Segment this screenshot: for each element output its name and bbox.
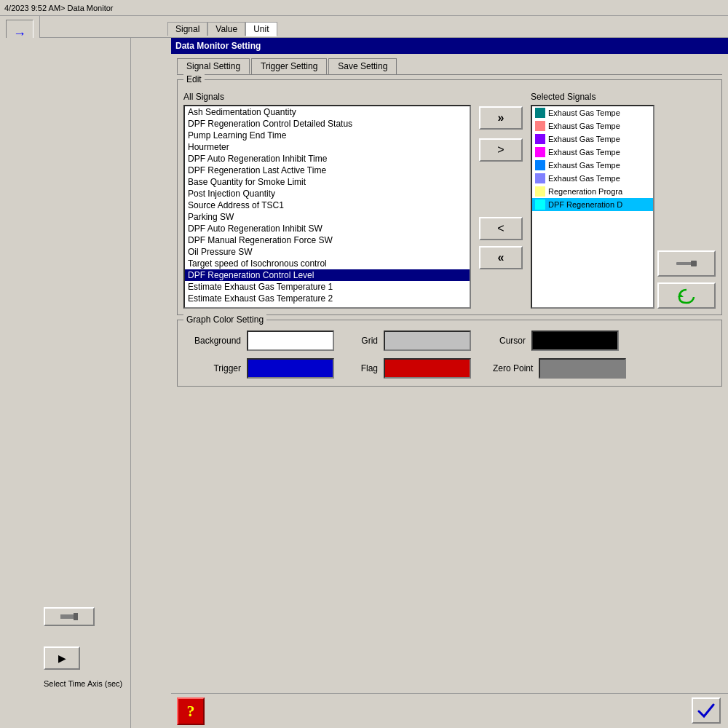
color-swatch xyxy=(535,186,545,197)
title-bar: 4/2023 9:52 AM> Data Monitor xyxy=(0,0,728,16)
all-signals-label: All Signals xyxy=(183,92,471,102)
selected-signals-listbox[interactable]: Exhaust Gas TempeExhaust Gas TempeExhaus… xyxy=(531,105,654,309)
move-all-right-button[interactable]: » xyxy=(479,106,523,130)
selected-signal-label: Exhaust Gas Tempe xyxy=(548,161,620,170)
dm-window-title: Data Monitor Setting xyxy=(171,38,728,54)
flag-label: Flag xyxy=(356,363,378,373)
wrench-icon xyxy=(675,258,698,269)
zero-point-color-box[interactable] xyxy=(539,358,626,379)
color-swatch xyxy=(535,108,545,118)
color-tool-button[interactable] xyxy=(657,250,716,277)
list-item[interactable]: Base Quantity for Smoke Limit xyxy=(185,176,470,188)
left-panel: ▶ Select Time Axis (sec) xyxy=(0,38,131,728)
list-item[interactable]: DPF Regeneration Last Active Time xyxy=(185,165,470,176)
bottom-bar: ? xyxy=(171,693,728,728)
right-buttons xyxy=(657,105,716,309)
graph-color-group: Graph Color Setting Background Grid Curs… xyxy=(177,320,722,387)
selected-signals-label: Selected Signals xyxy=(531,92,716,102)
background-color-box[interactable] xyxy=(247,331,334,351)
selected-signal-label: DPF Regeneration D xyxy=(548,200,622,209)
list-item[interactable]: DPF Auto Regeneration Inhibit SW xyxy=(185,223,470,234)
color-swatch xyxy=(535,160,545,170)
selected-list-item[interactable]: DPF Regeneration D xyxy=(532,198,653,211)
cursor-color-box[interactable] xyxy=(531,331,619,351)
tab-signal-setting[interactable]: Signal Setting xyxy=(177,58,250,74)
cursor-label: Cursor xyxy=(493,336,526,346)
move-all-left-button[interactable]: « xyxy=(479,246,523,269)
trigger-color-box[interactable] xyxy=(247,358,334,379)
edit-group-title: Edit xyxy=(183,74,205,84)
tab-bar: Signal Setting Trigger Setting Save Sett… xyxy=(171,54,728,74)
cursor-color-item: Cursor xyxy=(493,331,619,351)
signals-layout: All Signals Ash Sedimentation QuantityDP… xyxy=(183,92,716,309)
tab-trigger-setting[interactable]: Trigger Setting xyxy=(251,58,327,74)
list-item[interactable]: Estimate Exhaust Gas Temperature 2 xyxy=(185,293,470,304)
selected-signal-label: Exhaust Gas Tempe xyxy=(548,148,620,157)
selected-signal-label: Exhaust Gas Tempe xyxy=(548,135,620,143)
zero-point-color-item: Zero Point xyxy=(493,358,626,379)
list-item[interactable]: Parking SW xyxy=(185,211,470,223)
all-signals-column: All Signals Ash Sedimentation QuantityDP… xyxy=(183,92,471,309)
svg-rect-0 xyxy=(60,614,75,619)
color-swatch xyxy=(535,199,545,210)
list-item[interactable]: Hourmeter xyxy=(185,141,470,153)
selected-list-item[interactable]: Regeneration Progra xyxy=(532,185,653,198)
play-button[interactable]: ▶ xyxy=(44,646,80,670)
list-item[interactable]: Pump Learning End Time xyxy=(185,130,470,141)
background-color-item: Background xyxy=(186,331,334,351)
grid-color-item: Grid xyxy=(356,331,471,351)
list-item[interactable]: DPF Regeneration Control Detailed Status xyxy=(185,118,470,130)
selected-list-item[interactable]: Exhaust Gas Tempe xyxy=(532,146,653,159)
ok-icon xyxy=(697,703,715,719)
help-icon: ? xyxy=(187,702,195,721)
left-tool-button[interactable] xyxy=(44,607,95,626)
background-label: Background xyxy=(186,336,241,346)
grid-color-box[interactable] xyxy=(384,331,471,351)
selected-signal-label: Exhaust Gas Tempe xyxy=(548,108,620,117)
graph-color-title: Graph Color Setting xyxy=(183,314,266,325)
list-item[interactable]: Post Injection Quantity xyxy=(185,188,470,199)
title-text: 4/2023 9:52 AM> Data Monitor xyxy=(4,4,114,12)
zero-point-label: Zero Point xyxy=(493,363,533,373)
list-item[interactable]: Ash Sedimentation Quantity xyxy=(185,106,470,118)
button-column: » > < « xyxy=(475,92,526,269)
selected-list-item[interactable]: Exhaust Gas Tempe xyxy=(532,119,653,132)
reset-button[interactable] xyxy=(657,282,716,309)
color-swatch xyxy=(535,121,545,131)
svg-rect-2 xyxy=(676,262,692,265)
color-swatch xyxy=(535,134,545,144)
selected-signals-column: Selected Signals Exhaust Gas TempeExhaus… xyxy=(531,92,716,309)
trigger-label: Trigger xyxy=(186,363,241,373)
grid-label: Grid xyxy=(356,336,378,346)
flag-color-item: Flag xyxy=(356,358,471,379)
color-row-1: Background Grid Cursor xyxy=(186,331,713,351)
list-item[interactable]: DPF Regeneration Control Level xyxy=(185,269,470,281)
svg-rect-1 xyxy=(74,613,78,620)
list-item[interactable]: Target speed of Isochronous control xyxy=(185,258,470,269)
selected-list-item[interactable]: Exhaust Gas Tempe xyxy=(532,106,653,119)
flag-color-box[interactable] xyxy=(384,358,471,379)
selected-signal-label: Exhaust Gas Tempe xyxy=(548,122,620,130)
selected-signal-label: Exhaust Gas Tempe xyxy=(548,174,620,183)
all-signals-listbox[interactable]: Ash Sedimentation QuantityDPF Regenerati… xyxy=(183,105,471,309)
list-item[interactable]: Estimate Exhaust Gas Temperature 1 xyxy=(185,281,470,293)
tab-unit[interactable]: Unit xyxy=(245,22,277,36)
selected-signal-label: Regeneration Progra xyxy=(548,187,622,196)
selected-list-item[interactable]: Exhaust Gas Tempe xyxy=(532,172,653,185)
color-swatch xyxy=(535,173,545,183)
move-right-button[interactable]: > xyxy=(479,138,523,162)
reset-icon xyxy=(676,287,697,304)
list-item[interactable]: DPF Manual Regeneration Force SW xyxy=(185,234,470,246)
move-left-button[interactable]: < xyxy=(479,217,523,240)
help-button[interactable]: ? xyxy=(177,697,205,725)
list-item[interactable]: Oil Pressure SW xyxy=(185,246,470,258)
selected-list-item[interactable]: Exhaust Gas Tempe xyxy=(532,132,653,146)
selected-list-item[interactable]: Exhaust Gas Tempe xyxy=(532,159,653,172)
list-item[interactable]: Source Address of TSC1 xyxy=(185,199,470,211)
tab-value[interactable]: Value xyxy=(207,22,245,36)
ok-button[interactable] xyxy=(692,697,721,724)
list-item[interactable]: DPF Auto Regeneration Inhibit Time xyxy=(185,153,470,165)
tab-signal[interactable]: Signal xyxy=(167,22,207,36)
tab-save-setting[interactable]: Save Setting xyxy=(328,58,397,74)
color-swatch xyxy=(535,147,545,157)
